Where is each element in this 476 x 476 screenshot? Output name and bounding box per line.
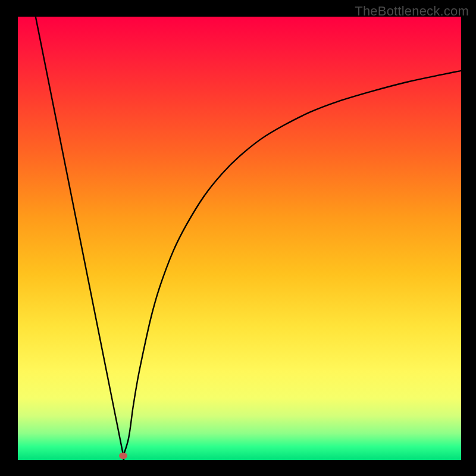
chart-plot-area — [18, 17, 461, 460]
watermark-text: TheBottleneck.com — [355, 4, 469, 19]
optimum-marker-icon — [119, 452, 127, 459]
left-border — [0, 0, 18, 476]
right-border — [461, 0, 476, 476]
bottom-border — [0, 460, 476, 476]
